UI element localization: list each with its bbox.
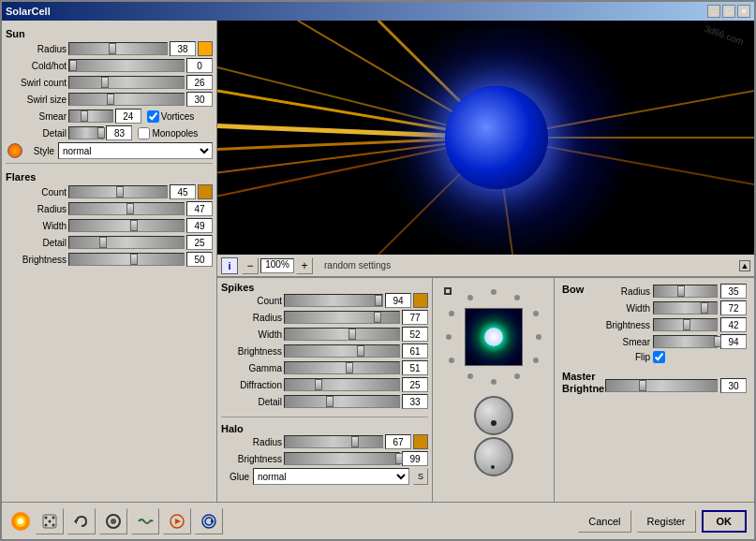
- zoom-controls: − 100% +: [242, 257, 313, 274]
- sun-color-swatch[interactable]: [198, 41, 213, 56]
- monopoles-checkbox[interactable]: [138, 127, 150, 139]
- bow-flip-checkbox[interactable]: [653, 351, 665, 363]
- flares-count-slider[interactable]: [68, 185, 168, 198]
- flares-brightness-slider[interactable]: [68, 253, 185, 266]
- bow-radius-value[interactable]: 35: [720, 284, 747, 299]
- info-icon-button[interactable]: i: [221, 257, 238, 274]
- svg-point-18: [533, 358, 539, 363]
- flares-color-swatch[interactable]: [198, 184, 213, 199]
- zoom-minus-button[interactable]: −: [242, 257, 259, 274]
- sun-detail-slider[interactable]: [68, 126, 104, 139]
- flares-radius-value[interactable]: 47: [186, 201, 213, 216]
- zoom-plus-button[interactable]: +: [296, 257, 313, 274]
- bow-brightness-row: Brightness 42: [594, 317, 747, 332]
- halo-glue-label: Glue: [221, 472, 249, 482]
- ring-selector[interactable]: [444, 287, 452, 295]
- spikes-gamma-slider[interactable]: [284, 361, 400, 374]
- sun-swirlsize-value[interactable]: 30: [186, 92, 213, 107]
- minimize-button[interactable]: _: [707, 5, 720, 18]
- halo-radius-value[interactable]: 67: [385, 434, 411, 449]
- spikes-width-value[interactable]: 52: [402, 327, 428, 342]
- halo-color-swatch[interactable]: [413, 434, 428, 449]
- sun-swirlcount-slider[interactable]: [68, 76, 185, 89]
- close-button[interactable]: ×: [737, 5, 750, 18]
- play-button[interactable]: [163, 508, 191, 534]
- bow-brightness-slider[interactable]: [653, 318, 718, 331]
- svg-point-28: [18, 519, 23, 524]
- spikes-color-swatch[interactable]: [413, 293, 428, 308]
- toolbar-left: [9, 508, 223, 534]
- master-brightness-slider[interactable]: [605, 379, 718, 392]
- spikes-brightness-value[interactable]: 61: [402, 344, 428, 358]
- flares-dial[interactable]: [474, 396, 513, 435]
- spikes-detail-slider[interactable]: [284, 395, 400, 408]
- halo-brightness-value[interactable]: 99: [402, 451, 428, 466]
- halo-radius-slider[interactable]: [284, 435, 383, 448]
- sun-swirlcount-value[interactable]: 26: [186, 75, 213, 90]
- flares-radius-slider[interactable]: [68, 202, 185, 215]
- sun-smear-slider[interactable]: [68, 110, 113, 123]
- spikes-radius-slider[interactable]: [284, 311, 400, 324]
- halo-brightness-label: Brightness: [221, 454, 282, 464]
- bow-width-slider[interactable]: [653, 301, 718, 314]
- spikes-detail-label: Detail: [221, 397, 282, 407]
- title-bar-buttons: _ □ ×: [707, 5, 750, 18]
- spikes-gamma-row: Gamma 51: [221, 360, 428, 375]
- undo-button[interactable]: [67, 508, 96, 534]
- flares-width-row: Width 49: [6, 218, 213, 233]
- bow-smear-value[interactable]: 94: [720, 334, 747, 349]
- flares-brightness-value[interactable]: 50: [186, 252, 213, 267]
- sun-sphere: [445, 86, 548, 189]
- circle-button[interactable]: [99, 508, 127, 534]
- flares-width-value[interactable]: 49: [186, 218, 213, 233]
- flares-detail-value[interactable]: 25: [186, 235, 213, 250]
- spikes-diffraction-value[interactable]: 25: [402, 377, 428, 392]
- bow-section: Bow Radius 35 Width: [562, 284, 747, 365]
- bow-brightness-value[interactable]: 42: [720, 317, 747, 332]
- bow-smear-slider[interactable]: [653, 335, 718, 348]
- sun-detail-value[interactable]: 83: [106, 125, 132, 140]
- halo-settings-button[interactable]: S: [413, 468, 428, 485]
- register-button[interactable]: Register: [637, 510, 696, 533]
- sun-swirlsize-slider[interactable]: [68, 93, 185, 106]
- flares-width-slider[interactable]: [68, 219, 185, 232]
- spikes-count-slider[interactable]: [284, 294, 383, 307]
- sun-coldhot-value[interactable]: 0: [186, 58, 213, 73]
- bow-radius-slider[interactable]: [653, 285, 718, 298]
- bow-width-value[interactable]: 72: [720, 300, 747, 315]
- sun-section-title: Sun: [6, 28, 25, 39]
- flares-count-value[interactable]: 45: [170, 184, 196, 199]
- sun-style-select[interactable]: normal cool hot electric: [58, 142, 213, 159]
- maximize-button[interactable]: □: [722, 5, 735, 18]
- spikes-detail-value[interactable]: 33: [402, 394, 428, 409]
- spikes-radius-value[interactable]: 77: [402, 310, 428, 325]
- cancel-button[interactable]: Cancel: [578, 510, 630, 533]
- randomize-button[interactable]: [36, 508, 64, 534]
- record-button[interactable]: [195, 508, 223, 534]
- sun-radius-value[interactable]: 38: [170, 41, 196, 56]
- spikes-dial[interactable]: [474, 437, 513, 476]
- halo-glue-select[interactable]: normal add subtract multiply: [253, 468, 409, 485]
- svg-point-20: [491, 379, 497, 385]
- sun-radius-slider[interactable]: [68, 42, 168, 55]
- sun-smear-value[interactable]: 24: [115, 109, 141, 124]
- app-logo: [9, 510, 32, 533]
- spikes-count-value[interactable]: 94: [385, 293, 411, 308]
- spikes-section-title: Spikes: [221, 282, 254, 293]
- wave-button[interactable]: [131, 508, 159, 534]
- collapse-button[interactable]: ▲: [739, 260, 750, 271]
- spikes-diffraction-slider[interactable]: [284, 378, 400, 391]
- flares-count-label: Count: [6, 187, 67, 197]
- vortices-checkbox[interactable]: [147, 110, 159, 123]
- sun-detail-row: Detail 83 Monopoles: [6, 125, 213, 140]
- halo-brightness-slider[interactable]: [284, 452, 400, 465]
- sun-coldhot-slider[interactable]: [68, 59, 185, 72]
- flares-detail-slider[interactable]: [68, 236, 185, 249]
- spikes-brightness-slider[interactable]: [284, 344, 400, 358]
- spikes-width-slider[interactable]: [284, 328, 400, 341]
- bow-radius-label: Radius: [594, 286, 650, 297]
- master-brightness-value[interactable]: 30: [720, 378, 747, 393]
- master-title: Master Brightness: [562, 371, 601, 395]
- ok-button[interactable]: OK: [702, 510, 748, 533]
- spikes-gamma-value[interactable]: 51: [402, 360, 428, 375]
